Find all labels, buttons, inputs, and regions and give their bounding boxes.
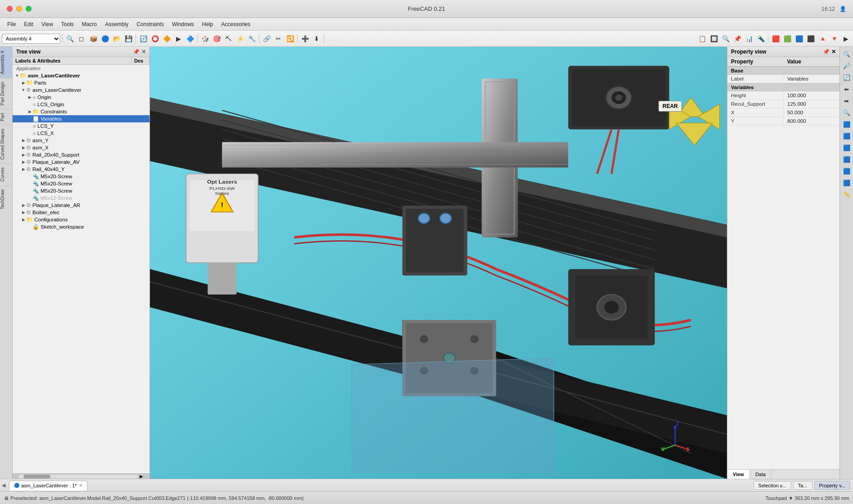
- toolbar-btn-2[interactable]: ◻: [76, 33, 87, 44]
- tree-item[interactable]: ⊕LCS_Origin: [13, 101, 150, 108]
- tree-item[interactable]: ▶⚙Plaque_Laterale_AV: [13, 158, 150, 166]
- rt-rotate[interactable]: 🔄: [841, 72, 852, 83]
- toolbar-3d-btn-1[interactable]: 🟥: [770, 33, 781, 44]
- tree-item[interactable]: ▶⚙asm_Y: [13, 137, 150, 144]
- tree-item[interactable]: ▼⚙asm_LaserCantilever: [13, 86, 150, 94]
- toolbar-3d-btn-4[interactable]: ⬛: [805, 33, 816, 44]
- toolbar-btn-8[interactable]: ⭕: [150, 33, 160, 44]
- menu-view[interactable]: View: [38, 20, 57, 28]
- prop-val-y[interactable]: 800.000: [784, 117, 839, 125]
- tree-pin-icon[interactable]: 📌: [133, 49, 140, 55]
- tree-item[interactable]: 🔒Sketch_workspace: [13, 223, 150, 230]
- close-button[interactable]: [7, 6, 13, 12]
- tree-item[interactable]: ⊕LCS_X: [13, 130, 150, 137]
- tree-header-controls[interactable]: 📌 ✕: [133, 49, 146, 55]
- toolbar-btn-18[interactable]: ✂: [273, 33, 284, 44]
- toolbar-btn-1[interactable]: 🔍: [64, 33, 75, 44]
- rt-cube-4[interactable]: 🟦: [841, 154, 852, 165]
- window-controls[interactable]: [7, 6, 32, 12]
- menu-help[interactable]: Help: [199, 20, 217, 28]
- toolbar-btn-5[interactable]: 📂: [111, 33, 122, 44]
- rt-search-1[interactable]: 🔍: [841, 49, 852, 59]
- bottom-tab-property[interactable]: Property v...: [814, 481, 850, 490]
- left-tab-techdraw[interactable]: TechDraw: [0, 185, 13, 213]
- tree-item[interactable]: ▶⚙Rail_40x40_Y: [13, 166, 150, 173]
- toolbar-right-btn-1[interactable]: 📋: [697, 33, 708, 44]
- tree-item[interactable]: ▶⊕Origin: [13, 94, 150, 101]
- menu-edit[interactable]: Edit: [20, 20, 37, 28]
- rt-cube-1[interactable]: 🟦: [841, 119, 852, 130]
- toolbar-btn-6[interactable]: 💾: [123, 33, 134, 44]
- left-tab-part[interactable]: Part: [0, 109, 13, 125]
- toolbar-btn-3[interactable]: 📦: [88, 33, 99, 44]
- tree-close-icon[interactable]: ✕: [141, 49, 146, 55]
- left-tab-assembly[interactable]: Assembly 4: [0, 47, 13, 78]
- toolbar-btn-14[interactable]: ⛏: [223, 33, 234, 44]
- tree-item[interactable]: ▶⚙Boitier_elec: [13, 209, 150, 216]
- left-tab-partdesign[interactable]: Part Design: [0, 78, 13, 109]
- toolbar-right-btn-3[interactable]: 🔍: [720, 33, 731, 44]
- rt-cube-2[interactable]: 🟦: [841, 130, 852, 141]
- menu-file[interactable]: File: [4, 20, 19, 28]
- toolbar-btn-12[interactable]: 🎲: [200, 33, 210, 44]
- toolbar-3d-btn-2[interactable]: 🟩: [782, 33, 793, 44]
- toolbar-3d-btn-3[interactable]: 🟦: [794, 33, 804, 44]
- tree-item[interactable]: 🔩M5x20-Screw: [13, 173, 150, 180]
- tree-item[interactable]: ▼📁asm_LaserCantilever: [13, 72, 150, 79]
- prop-tab-view[interactable]: View: [727, 470, 750, 479]
- toolbar-btn-4[interactable]: 🔵: [100, 33, 110, 44]
- prop-val-x[interactable]: 50.000: [784, 108, 839, 117]
- prop-val-height[interactable]: 100.000: [784, 91, 839, 99]
- tree-item[interactable]: ▶⚙Rail_20x40_Support: [13, 151, 150, 158]
- prop-val-label[interactable]: Variables: [784, 75, 839, 83]
- toolbar-more[interactable]: ▶: [840, 33, 851, 44]
- tree-item[interactable]: 🔩M5x20-Screw: [13, 187, 150, 194]
- prop-header-controls[interactable]: 📌 ✕: [823, 49, 836, 55]
- toolbar-btn-13[interactable]: 🎯: [211, 33, 222, 44]
- toolbar-right-btn-5[interactable]: 📊: [744, 33, 754, 44]
- rt-search-2[interactable]: 🔎: [841, 60, 852, 71]
- tree-item[interactable]: ▶📁Configurations: [13, 216, 150, 223]
- rt-cube-5[interactable]: 🟦: [841, 166, 852, 176]
- menu-windows[interactable]: Windows: [168, 20, 198, 28]
- tree-item[interactable]: ▶📁Constraints: [13, 108, 150, 115]
- left-tab-curves[interactable]: Curves: [0, 163, 13, 185]
- toolbar-right-btn-4[interactable]: 📌: [732, 33, 743, 44]
- tree-scrollbar-track[interactable]: [19, 475, 138, 478]
- menu-assembly[interactable]: Assembly: [101, 20, 132, 28]
- viewport[interactable]: ! Opt Lasers PLH3D-6W Series: [150, 47, 727, 479]
- left-tab-curved[interactable]: Curved Shapes: [0, 125, 13, 163]
- tree-item[interactable]: ▶⚙asm_X: [13, 144, 150, 151]
- toolbar-btn-21[interactable]: ⬇: [311, 33, 322, 44]
- bottom-tab-ta[interactable]: Ta...: [793, 481, 812, 490]
- tab-scroll-left[interactable]: ◀: [2, 482, 5, 488]
- toolbar-btn-15[interactable]: ⚡: [235, 33, 245, 44]
- workbench-selector[interactable]: Assembly 4: [2, 34, 60, 44]
- tab-close-icon[interactable]: ✕: [79, 483, 82, 488]
- tree-item[interactable]: 📋Variables: [13, 115, 150, 122]
- prop-pin-icon[interactable]: 📌: [823, 49, 830, 55]
- tree-item[interactable]: 🔩M5x20-Screw: [13, 180, 150, 187]
- tree-scrollbar[interactable]: ▶: [13, 473, 150, 479]
- rt-nav-1[interactable]: ⬅: [841, 84, 852, 94]
- toolbar-btn-16[interactable]: 🔧: [246, 33, 257, 44]
- prop-close-icon[interactable]: ✕: [831, 49, 836, 55]
- tree-item[interactable]: ▶⚙Plaque_Laterale_AR: [13, 202, 150, 209]
- toolbar-right-btn-6[interactable]: 🔦: [755, 33, 766, 44]
- toolbar-btn-9[interactable]: 🔶: [161, 33, 172, 44]
- toolbar-3d-btn-5[interactable]: 🔺: [817, 33, 828, 44]
- toolbar-btn-17[interactable]: 🔗: [261, 33, 272, 44]
- toolbar-right-btn-2[interactable]: 🔲: [708, 33, 719, 44]
- rt-nav-2[interactable]: ➡: [841, 95, 852, 106]
- menu-macro[interactable]: Macro: [78, 20, 100, 28]
- menu-accessories[interactable]: Accessories: [218, 20, 254, 28]
- maximize-button[interactable]: [26, 6, 32, 12]
- tree-item[interactable]: ⊕LCS_Y: [13, 122, 150, 130]
- prop-tab-data[interactable]: Data: [750, 470, 771, 479]
- toolbar-btn-20[interactable]: ➕: [299, 33, 310, 44]
- tree-scroll-right[interactable]: ▶: [140, 474, 143, 479]
- tree-item[interactable]: ▶📁Parts: [13, 79, 150, 86]
- rt-cube-6[interactable]: 🟦: [841, 177, 852, 188]
- minimize-button[interactable]: [16, 6, 22, 12]
- rt-ruler[interactable]: 📏: [841, 189, 852, 200]
